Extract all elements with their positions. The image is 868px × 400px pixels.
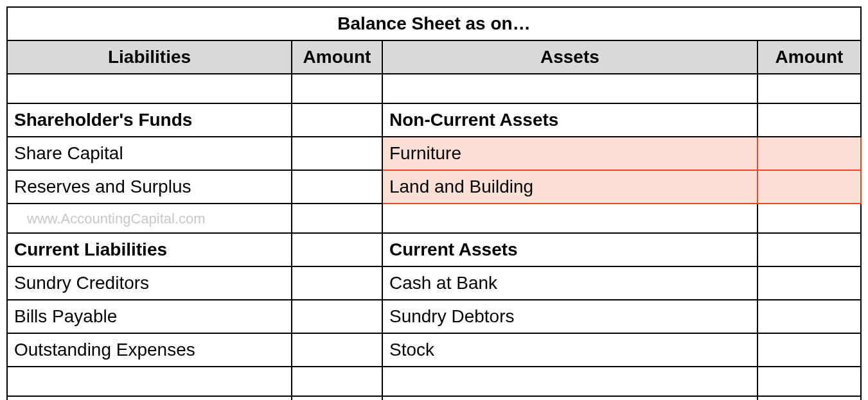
data-row: Outstanding Expenses Stock bbox=[7, 333, 861, 367]
cell bbox=[292, 204, 382, 233]
outstanding-expenses-label: Outstanding Expenses bbox=[7, 333, 292, 367]
title-row: Balance Sheet as on… bbox=[7, 7, 861, 40]
cell bbox=[757, 333, 861, 367]
cell bbox=[757, 266, 861, 300]
header-row: Liabilities Amount Assets Amount bbox=[7, 40, 861, 74]
cell bbox=[757, 204, 861, 233]
total-row: Total Total bbox=[7, 396, 861, 400]
bills-payable-label: Bills Payable bbox=[7, 300, 292, 333]
stock-label: Stock bbox=[382, 333, 757, 367]
total-assets-label: Total bbox=[382, 396, 757, 400]
current-assets-header: Current Assets bbox=[382, 233, 757, 266]
current-liabilities-header: Current Liabilities bbox=[7, 233, 292, 266]
share-capital-label: Share Capital bbox=[7, 137, 292, 170]
shareholders-funds-header: Shareholder's Funds bbox=[7, 103, 292, 137]
blank-row-1 bbox=[7, 74, 861, 103]
cell bbox=[292, 300, 382, 333]
header-amount-1: Amount bbox=[292, 40, 382, 74]
cell bbox=[757, 233, 861, 266]
cell bbox=[757, 103, 861, 137]
balance-sheet-table: Balance Sheet as on… Liabilities Amount … bbox=[6, 6, 862, 400]
watermark-text: www.AccountingCapital.com bbox=[7, 204, 292, 233]
section-headers-row-1: Shareholder's Funds Non-Current Assets bbox=[7, 103, 861, 137]
cell bbox=[292, 233, 382, 266]
data-row: Share Capital Furniture bbox=[7, 137, 861, 170]
reserves-surplus-label: Reserves and Surplus bbox=[7, 170, 292, 204]
cell bbox=[7, 367, 292, 396]
cell bbox=[757, 367, 861, 396]
cell bbox=[292, 74, 382, 103]
cell bbox=[292, 333, 382, 367]
sheet-title: Balance Sheet as on… bbox=[7, 7, 861, 40]
sundry-creditors-label: Sundry Creditors bbox=[7, 266, 292, 300]
cell bbox=[292, 103, 382, 137]
land-building-amount-cell bbox=[757, 170, 861, 204]
blank-row-2 bbox=[7, 367, 861, 396]
cell bbox=[382, 367, 757, 396]
data-row: Bills Payable Sundry Debtors bbox=[7, 300, 861, 333]
header-liabilities: Liabilities bbox=[7, 40, 292, 74]
header-amount-2: Amount bbox=[757, 40, 861, 74]
cell bbox=[7, 74, 292, 103]
total-liabilities-label: Total bbox=[7, 396, 292, 400]
furniture-label: Furniture bbox=[382, 137, 757, 170]
cell bbox=[382, 204, 757, 233]
cell bbox=[382, 74, 757, 103]
watermark-row: www.AccountingCapital.com bbox=[7, 204, 861, 233]
cell bbox=[292, 137, 382, 170]
cash-at-bank-label: Cash at Bank bbox=[382, 266, 757, 300]
header-assets: Assets bbox=[382, 40, 757, 74]
cell bbox=[292, 367, 382, 396]
total-assets-amount bbox=[757, 396, 861, 400]
total-liabilities-amount bbox=[292, 396, 382, 400]
cell bbox=[292, 170, 382, 204]
cell bbox=[292, 266, 382, 300]
cell bbox=[757, 300, 861, 333]
land-building-label: Land and Building bbox=[382, 170, 757, 204]
section-headers-row-2: Current Liabilities Current Assets bbox=[7, 233, 861, 266]
sundry-debtors-label: Sundry Debtors bbox=[382, 300, 757, 333]
cell bbox=[757, 74, 861, 103]
data-row: Sundry Creditors Cash at Bank bbox=[7, 266, 861, 300]
furniture-amount-cell bbox=[757, 137, 861, 170]
data-row: Reserves and Surplus Land and Building bbox=[7, 170, 861, 204]
non-current-assets-header: Non-Current Assets bbox=[382, 103, 757, 137]
